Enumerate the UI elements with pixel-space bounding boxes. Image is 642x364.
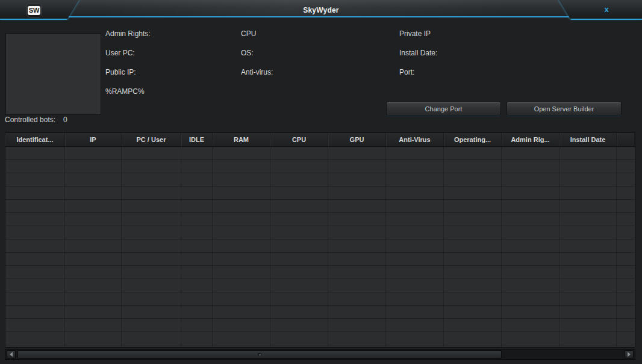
table-cell [270,319,328,332]
bots-table: Identificat...IPPC / UserIDLERAMCPUGPUAn… [5,132,635,348]
table-cell-filler [617,332,635,345]
table-cell [328,345,386,348]
controlled-bots-count: 0 [63,116,67,124]
table-cell [181,306,213,318]
titlebar: SW SkyWyder x [0,0,642,20]
table-cell [5,200,65,212]
scroll-right-button[interactable] [625,350,634,359]
table-cell-filler [617,173,635,186]
table-cell [181,226,213,239]
table-cell [444,213,502,226]
table-cell [444,332,502,345]
table-cell [502,345,559,348]
horizontal-scrollbar[interactable] [5,349,635,360]
column-header-operating[interactable]: Operating... [444,133,502,146]
table-cell [328,266,386,279]
column-header-pc-user[interactable]: PC / User [122,133,181,146]
table-cell [122,239,181,252]
controlled-bots-label: Controlled bots: [5,116,55,124]
table-cell [444,306,502,318]
table-cell [328,292,386,305]
table-row[interactable] [5,292,635,306]
table-cell [328,147,386,159]
table-cell [5,279,65,292]
table-cell [386,160,444,173]
accent-line [0,19,79,20]
table-cell [559,213,617,226]
table-cell [270,292,328,305]
table-header: Identificat...IPPC / UserIDLERAMCPUGPUAn… [5,133,635,147]
table-cell [502,173,559,186]
table-cell [65,160,122,173]
table-row[interactable] [5,253,635,266]
scroll-right-arrow-icon [628,352,631,357]
table-cell [5,187,65,199]
table-row[interactable] [5,319,635,332]
table-cell [65,319,122,332]
table-row[interactable] [5,200,635,213]
table-cell [328,213,386,226]
table-cell [181,292,213,305]
table-row[interactable] [5,306,635,319]
table-cell [502,226,559,239]
open-server-builder-button[interactable]: Open Server Builder [506,102,622,116]
table-cell [386,306,444,318]
table-cell-filler [617,292,635,305]
change-port-button[interactable]: Change Port [386,102,501,116]
table-cell [5,226,65,239]
table-row[interactable] [5,279,635,292]
table-row[interactable] [5,187,635,200]
table-row[interactable] [5,160,635,173]
scroll-left-button[interactable] [7,350,16,359]
table-cell [122,332,181,345]
column-header-identificat[interactable]: Identificat... [5,133,65,146]
table-row[interactable] [5,239,635,253]
label-os: OS: [241,49,254,57]
label-private-ip: Private IP [399,29,431,38]
table-cell [502,332,559,345]
column-header-idle[interactable]: IDLE [181,133,213,146]
table-row[interactable] [5,266,635,279]
table-row[interactable] [5,213,635,226]
table-cell [213,147,270,159]
table-cell [270,173,328,186]
table-cell [502,239,559,252]
column-header-admin-rig[interactable]: Admin Rig... [502,133,559,146]
label-anti-virus: Anti-virus: [241,68,273,76]
table-row[interactable] [5,226,635,239]
table-cell-filler [617,306,635,318]
table-cell [386,213,444,226]
column-header-ram[interactable]: RAM [213,133,270,146]
close-button[interactable]: x [600,5,613,16]
table-cell [65,253,122,265]
table-cell [65,306,122,318]
table-cell [559,200,617,212]
table-cell [213,226,270,239]
table-row[interactable] [5,173,635,187]
table-cell [181,173,213,186]
table-cell [5,239,65,252]
app-logo-icon: SW [26,3,42,17]
column-header-install-date[interactable]: Install Date [559,133,617,146]
table-cell [502,147,559,159]
table-row[interactable] [5,147,635,160]
table-cell [502,279,559,292]
table-row[interactable] [5,332,635,345]
table-cell [502,200,559,212]
column-header-ip[interactable]: IP [65,133,122,146]
table-cell [181,160,213,173]
table-cell [65,266,122,279]
label-admin-rights: Admin Rights: [105,29,151,38]
scroll-left-arrow-icon [10,352,13,357]
table-cell [181,213,213,226]
column-header-anti-virus[interactable]: Anti-Virus [386,133,444,146]
column-header-gpu[interactable]: GPU [328,133,386,146]
table-row[interactable] [5,345,635,348]
scrollbar-thumb[interactable] [17,350,502,359]
column-header-cpu[interactable]: CPU [270,133,328,146]
table-cell [386,332,444,345]
table-cell [270,345,328,348]
table-cell-filler [617,213,635,226]
table-cell [181,147,213,159]
table-body[interactable] [5,147,635,348]
